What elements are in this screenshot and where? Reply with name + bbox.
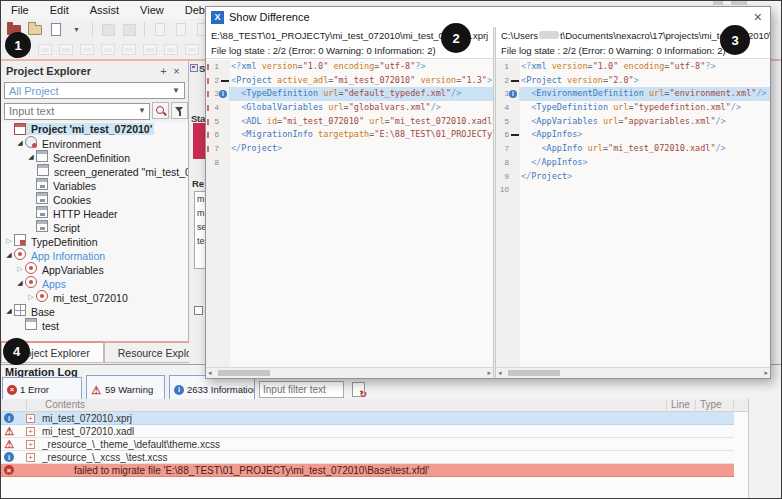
tree-item[interactable]: ◢Apps <box>1 276 188 290</box>
code-line[interactable]: 4 <TypeDefinition url="typedefintion.xml… <box>496 101 770 115</box>
refresh-filter-icon[interactable] <box>352 382 365 397</box>
scroll-right-icon[interactable]: ▸ <box>487 369 491 377</box>
code-line[interactable]: 4 <GlobalVariables url="globalvars.xml"/… <box>206 101 493 115</box>
code-line[interactable]: 6 <MigrationInfo targetpath="E:\88_TEST\… <box>206 128 493 142</box>
column-contents[interactable]: Contents <box>45 399 85 410</box>
tree-item-body[interactable]: ScreenDefinition <box>36 150 132 164</box>
tree-item[interactable]: HTTP Header <box>1 206 188 220</box>
tree-item[interactable]: ◢Base <box>1 304 188 318</box>
code-line[interactable]: 8 </AppInfos> <box>496 156 770 170</box>
code-line[interactable]: 10 <box>496 183 770 197</box>
code-line[interactable]: 7 <AppInfo url="mi_test_072010.xadl"/> <box>496 142 770 156</box>
code-line[interactable]: 3i <EnvironmentDefinition url="environme… <box>496 87 770 101</box>
tree-item[interactable]: ◢Environment <box>1 136 188 150</box>
tree-item-body[interactable]: App Information <box>14 248 107 262</box>
log-filter-input[interactable] <box>259 381 344 398</box>
menu-view[interactable]: View <box>140 4 164 16</box>
tree-item-body[interactable]: screen_generated "mi_test_072010" <box>37 164 188 178</box>
log-row[interactable]: ×failed to migrate file 'E:\88_TEST\01_P… <box>1 464 734 477</box>
tree-item-body[interactable]: Variables <box>36 178 98 192</box>
filter-funnel-icon[interactable] <box>171 102 188 119</box>
pin-icon[interactable]: + <box>157 65 170 77</box>
code-line[interactable]: 1<?xml version="1.0" encoding="utf-8"?> <box>496 60 770 74</box>
new-document-dropdown[interactable]: ▼ <box>68 21 86 38</box>
tree-item[interactable]: screen_generated "mi_test_072010" <box>1 164 188 178</box>
expander-collapsed-icon[interactable]: ▷ <box>26 290 36 304</box>
tree-item[interactable]: ◢ScreenDefinition <box>1 150 188 164</box>
log-row[interactable]: ⚠+_resource_\_theme_\default\theme.xcss <box>1 438 734 451</box>
column-type[interactable]: Type <box>700 399 722 410</box>
scroll-left-icon[interactable]: ◂ <box>498 369 502 377</box>
tree-item[interactable]: Project 'mi_test_072010' <box>1 122 188 136</box>
scroll-thumb[interactable] <box>508 370 560 376</box>
code-line[interactable]: 9</Project> <box>496 170 770 184</box>
close-icon[interactable]: × <box>170 65 183 77</box>
tree-item[interactable]: ▷mi_test_072010 <box>1 290 188 304</box>
menu-edit[interactable]: Edit <box>50 4 69 16</box>
fold-collapse-icon[interactable] <box>511 80 519 82</box>
expander-expanded-icon[interactable]: ◢ <box>4 248 14 262</box>
log-row[interactable]: i+_resource_\_xcss_\test.xcss <box>1 451 734 464</box>
right-code-view[interactable]: 1<?xml version="1.0" encoding="utf-8"?>2… <box>496 60 770 367</box>
code-line[interactable]: 6 <AppInfos> <box>496 128 770 142</box>
tree-item-body[interactable]: Environment <box>25 136 103 150</box>
expand-plus-icon[interactable]: + <box>26 453 35 462</box>
code-line[interactable]: 8 <box>206 156 493 170</box>
code-line[interactable]: 3i <TypeDefinition url="default_typedef.… <box>206 87 493 101</box>
expand-plus-icon[interactable]: + <box>26 440 35 449</box>
menu-file[interactable]: File <box>11 4 29 16</box>
chevron-down-icon[interactable]: ▼ <box>138 106 146 115</box>
tree-item-body[interactable]: TypeDefinition <box>14 234 100 248</box>
right-hscrollbar[interactable]: ◂ ▸ <box>496 367 770 378</box>
dialog-titlebar[interactable]: X Show Difference × <box>206 7 770 27</box>
code-line[interactable]: 5 <AppVariables url="appvariables.xml"/> <box>496 115 770 129</box>
tree-item[interactable]: test <box>1 318 188 332</box>
tree-item[interactable]: Variables <box>1 178 188 192</box>
fold-collapse-icon[interactable] <box>221 80 229 82</box>
code-line[interactable]: 7</Project> <box>206 142 493 156</box>
log-row[interactable]: i+mi_test_072010.xprj <box>1 412 734 425</box>
code-line[interactable]: 2<Project active_adl="mi_test_072010" ve… <box>206 74 493 88</box>
tree-item[interactable]: ◢App Information <box>1 248 188 262</box>
code-line[interactable]: 2<Project version="2.0"> <box>496 74 770 88</box>
expander-expanded-icon[interactable]: ◢ <box>26 150 36 164</box>
tree-item-body[interactable]: Project 'mi_test_072010' <box>14 123 154 135</box>
tree-item-body[interactable]: HTTP Header <box>36 206 120 220</box>
expander-collapsed-icon[interactable]: ▷ <box>4 234 14 248</box>
tree-item[interactable]: Cookies <box>1 192 188 206</box>
expander-expanded-icon[interactable]: ◢ <box>4 304 14 318</box>
tree-item-body[interactable]: AppVariables <box>25 262 106 276</box>
tree-item[interactable]: ▷AppVariables <box>1 262 188 276</box>
expand-plus-icon[interactable]: + <box>26 427 35 436</box>
tree-item-body[interactable]: mi_test_072010 <box>36 290 130 304</box>
scroll-left-icon[interactable]: ◂ <box>208 369 212 377</box>
project-filter-combo[interactable]: All Project ▼ <box>4 82 185 99</box>
tree-item[interactable]: Script <box>1 220 188 234</box>
dialog-close-icon[interactable]: × <box>754 9 762 25</box>
code-line[interactable]: 1<?xml version="1.0" encoding="utf-8"?> <box>206 60 493 74</box>
log-row[interactable]: ⚠+mi_test_072010.xadl <box>1 425 734 438</box>
left-code-view[interactable]: 1<?xml version="1.0" encoding="utf-8"?>2… <box>206 60 493 367</box>
tree-item-body[interactable]: Apps <box>25 276 68 290</box>
code-line[interactable]: 5 <ADL id="mi_test_072010" url="mi_test_… <box>206 115 493 129</box>
menu-assist[interactable]: Assist <box>90 4 119 16</box>
tree-item-body[interactable]: Script <box>36 220 82 234</box>
tree-search-input[interactable] <box>4 103 150 120</box>
expander-expanded-icon[interactable]: ◢ <box>15 276 25 290</box>
expander-collapsed-icon[interactable]: ▷ <box>15 262 25 276</box>
left-hscrollbar[interactable]: ◂ ▸ <box>206 367 493 378</box>
expander-expanded-icon[interactable]: ◢ <box>15 136 25 150</box>
new-document-icon[interactable] <box>47 21 65 38</box>
open-file-icon[interactable] <box>26 21 44 38</box>
fold-collapse-icon[interactable] <box>511 134 519 136</box>
tree-item-body[interactable]: Cookies <box>36 192 93 206</box>
tree-item-body[interactable]: test <box>25 318 61 332</box>
scroll-thumb[interactable] <box>218 370 270 376</box>
background-checkbox-fragment[interactable] <box>194 306 203 315</box>
tree-item[interactable]: ▷TypeDefinition <box>1 234 188 248</box>
expand-plus-icon[interactable]: + <box>26 414 35 423</box>
scroll-right-icon[interactable]: ▸ <box>764 369 768 377</box>
column-line[interactable]: Line <box>671 399 690 410</box>
search-icon[interactable] <box>152 102 169 119</box>
tree-item-body[interactable]: Base <box>14 304 57 318</box>
